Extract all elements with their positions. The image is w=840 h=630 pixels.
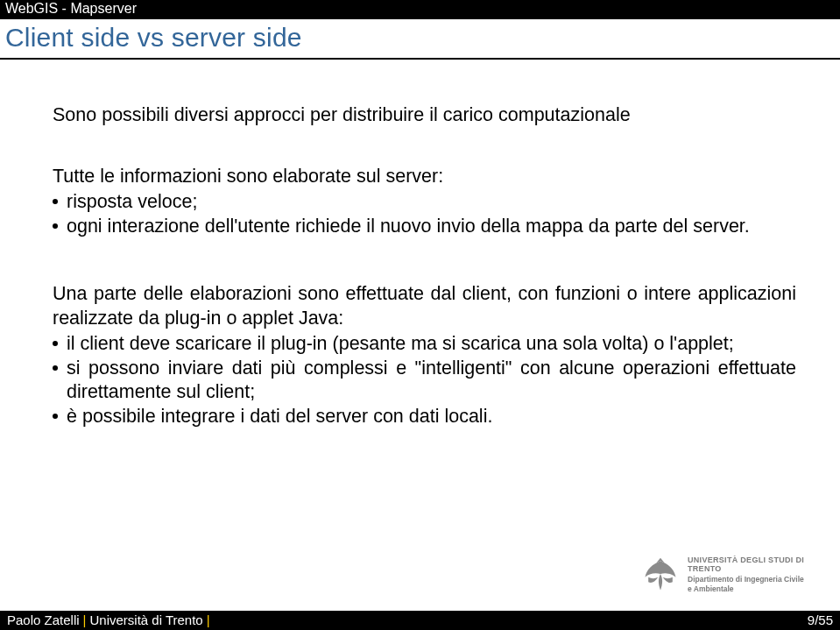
bullet-icon	[53, 199, 58, 204]
bullet-icon	[53, 365, 58, 371]
slide-title-text: Client side vs server side	[5, 23, 302, 52]
footer-page-number: 9/55	[808, 612, 833, 627]
list-item: il client deve scaricare il plug-in (pes…	[53, 332, 796, 357]
topbar-text: WebGIS - Mapserver	[5, 1, 137, 16]
server-section-label: Tutte le informazioni sono elaborate sul…	[53, 165, 796, 189]
university-logo: UNIVERSITÀ DEGLI STUDI DI TRENTO Diparti…	[640, 553, 824, 597]
client-bullet-list: il client deve scaricare il plug-in (pes…	[53, 332, 796, 428]
footer: Paolo Zatelli | Università di Trento | 9…	[0, 611, 840, 630]
logo-department-1: Dipartimento di Ingegneria Civile	[688, 576, 824, 584]
logo-university: UNIVERSITÀ DEGLI STUDI DI TRENTO	[688, 556, 824, 574]
list-item: risposta veloce;	[53, 190, 796, 215]
footer-author: Paolo Zatelli	[7, 612, 80, 627]
bullet-text: il client deve scaricare il plug-in (pes…	[67, 332, 796, 357]
bullet-icon	[53, 414, 58, 419]
bullet-icon	[53, 223, 58, 229]
content-area: Sono possibili diversi approcci per dist…	[0, 60, 840, 428]
bullet-text: risposta veloce;	[67, 190, 796, 215]
footer-affiliation: Università di Trento	[89, 612, 202, 627]
list-item: ogni interazione dell'utente richiede il…	[53, 215, 796, 239]
footer-separator: |	[207, 612, 210, 627]
eagle-icon	[640, 555, 681, 595]
logo-department-2: e Ambientale	[688, 585, 824, 594]
slide-title: Client side vs server side	[0, 19, 840, 60]
bullet-text: si possono inviare dati più complessi e …	[67, 357, 796, 405]
bullet-text: ogni interazione dell'utente richiede il…	[67, 215, 796, 239]
client-section-label: Una parte delle elaborazioni sono effett…	[53, 282, 796, 330]
slide: WebGIS - Mapserver Client side vs server…	[0, 0, 840, 630]
bullet-icon	[53, 341, 58, 346]
list-item: si possono inviare dati più complessi e …	[53, 357, 796, 405]
server-bullet-list: risposta veloce; ogni interazione dell'u…	[53, 190, 796, 238]
bullet-text: è possibile integrare i dati del server …	[67, 405, 796, 429]
footer-separator: |	[83, 612, 87, 627]
topbar: WebGIS - Mapserver	[0, 0, 840, 19]
intro-paragraph: Sono possibili diversi approcci per dist…	[53, 103, 796, 128]
logo-text-block: UNIVERSITÀ DEGLI STUDI DI TRENTO Diparti…	[688, 556, 824, 594]
list-item: è possibile integrare i dati del server …	[53, 405, 796, 429]
